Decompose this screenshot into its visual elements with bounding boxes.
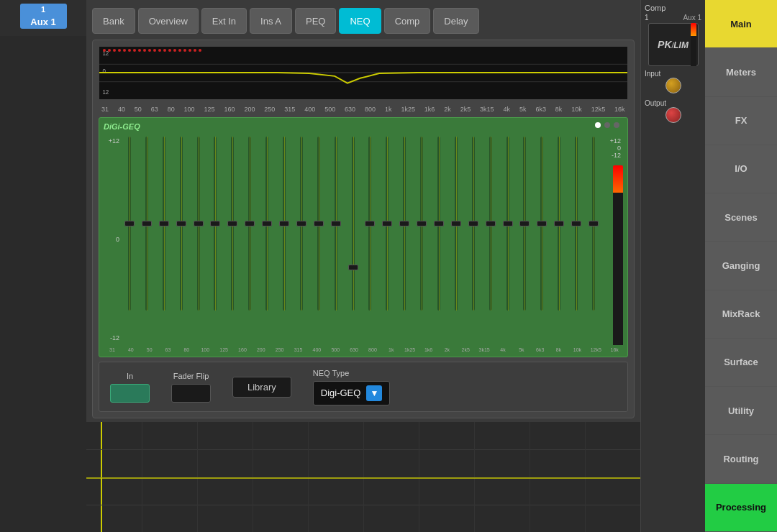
slider-thumb-80[interactable] bbox=[194, 221, 204, 226]
slider-track-100[interactable] bbox=[214, 137, 217, 311]
slider-track-500[interactable] bbox=[335, 137, 337, 311]
slider-thumb-5k[interactable] bbox=[503, 221, 513, 226]
slider-track-1k[interactable] bbox=[386, 137, 388, 311]
input-knob[interactable] bbox=[665, 78, 681, 93]
slider-thumb-31[interactable] bbox=[124, 221, 135, 226]
slider-track-63[interactable] bbox=[180, 137, 183, 311]
level-meter bbox=[613, 165, 623, 345]
nav-btn-fx[interactable]: FX bbox=[705, 97, 777, 145]
tab-neq[interactable]: NEQ bbox=[339, 8, 381, 34]
nav-btn-surface[interactable]: Surface bbox=[705, 339, 777, 387]
main-content: Bank Overview Ext In Ins A PEQ NEQ Comp … bbox=[86, 0, 640, 532]
geq-scale-left: +12 0 -12 bbox=[104, 134, 122, 345]
fader-flip-label: Fader Flip bbox=[173, 372, 209, 380]
slider-col-125 bbox=[224, 134, 240, 313]
freq-label-100: 100 bbox=[196, 347, 214, 352]
comp-aux-label: Aux 1 bbox=[683, 14, 701, 22]
slider-track-160[interactable] bbox=[248, 137, 251, 311]
channel-strip: 1 Aux 1 bbox=[0, 0, 86, 532]
slider-track-125[interactable] bbox=[231, 137, 234, 311]
tab-overview[interactable]: Overview bbox=[138, 8, 199, 34]
slider-track-1k6[interactable] bbox=[420, 137, 423, 311]
slider-thumb-63[interactable] bbox=[176, 221, 186, 226]
slider-track-315[interactable] bbox=[300, 137, 303, 311]
nav-btn-scenes[interactable]: Scenes bbox=[705, 193, 777, 242]
freq-label-2k: 2k bbox=[438, 347, 455, 352]
slider-thumb-6k3[interactable] bbox=[519, 221, 530, 226]
slider-track-200[interactable] bbox=[265, 137, 268, 311]
comp-plugin-box[interactable]: PK/LIM bbox=[648, 23, 699, 66]
slider-thumb-500[interactable] bbox=[331, 221, 341, 226]
slider-col-31 bbox=[122, 134, 137, 313]
slider-track-2k5[interactable] bbox=[455, 137, 458, 311]
slider-thumb-1k[interactable] bbox=[382, 221, 392, 226]
slider-track-40[interactable] bbox=[145, 137, 148, 311]
slider-track-4k[interactable] bbox=[489, 137, 492, 311]
slider-track-800[interactable] bbox=[368, 137, 371, 311]
slider-thumb-630[interactable] bbox=[348, 265, 358, 270]
nav-btn-ganging[interactable]: Ganging bbox=[705, 242, 777, 290]
slider-thumb-125[interactable] bbox=[227, 221, 237, 226]
nav-btn-routing[interactable]: Routing bbox=[705, 435, 777, 483]
tab-delay[interactable]: Delay bbox=[433, 8, 478, 34]
slider-thumb-2k5[interactable] bbox=[451, 221, 461, 226]
tab-bank[interactable]: Bank bbox=[92, 8, 135, 34]
slider-thumb-8k[interactable] bbox=[537, 221, 547, 226]
slider-track-50[interactable] bbox=[163, 137, 165, 311]
slider-track-1k25[interactable] bbox=[403, 137, 406, 311]
channel-number: 1 bbox=[20, 4, 67, 15]
nav-btn-meters[interactable]: Meters bbox=[705, 48, 777, 96]
tab-comp[interactable]: Comp bbox=[384, 8, 431, 34]
nav-btn-main[interactable]: Main bbox=[705, 0, 777, 48]
slider-track-5k[interactable] bbox=[506, 137, 509, 311]
slider-track-6k3[interactable] bbox=[523, 137, 526, 311]
in-toggle[interactable] bbox=[110, 384, 150, 403]
nav-btn-utility[interactable]: Utility bbox=[705, 387, 777, 435]
slider-thumb-100[interactable] bbox=[210, 221, 220, 226]
slider-track-630[interactable] bbox=[352, 137, 355, 311]
slider-col-10k bbox=[551, 134, 567, 313]
slider-thumb-250[interactable] bbox=[279, 221, 289, 226]
neq-type-dropdown[interactable]: Digi-GEQ ▼ bbox=[313, 381, 391, 405]
slider-thumb-16k[interactable] bbox=[589, 221, 599, 226]
slider-thumb-160[interactable] bbox=[245, 221, 255, 226]
slider-track-3k15[interactable] bbox=[472, 137, 475, 311]
slider-track-400[interactable] bbox=[317, 137, 320, 311]
nav-btn-processing[interactable]: Processing bbox=[705, 484, 777, 532]
tab-ext-in[interactable]: Ext In bbox=[201, 8, 247, 34]
slider-track-250[interactable] bbox=[283, 137, 286, 311]
slider-thumb-12k5[interactable] bbox=[571, 221, 581, 226]
nav-btn-mixrack[interactable]: MixRack bbox=[705, 290, 777, 339]
slider-thumb-1k6[interactable] bbox=[417, 221, 427, 226]
slider-thumb-800[interactable] bbox=[365, 221, 375, 226]
slider-thumb-400[interactable] bbox=[314, 221, 324, 226]
slider-col-200 bbox=[259, 134, 275, 313]
comp-panel: Comp 1 Aux 1 PK/LIM Input Output bbox=[640, 0, 705, 532]
slider-track-10k[interactable] bbox=[558, 137, 560, 311]
tab-ins-a[interactable]: Ins A bbox=[250, 8, 292, 34]
geq-freq-labels-bottom: 3140506380100125160200250315400500630800… bbox=[104, 347, 623, 352]
slider-thumb-2k[interactable] bbox=[434, 221, 444, 226]
freq-label-63: 63 bbox=[160, 347, 177, 352]
slider-thumb-10k[interactable] bbox=[554, 221, 564, 226]
slider-col-2k5 bbox=[448, 134, 464, 313]
slider-track-16k[interactable] bbox=[592, 137, 595, 311]
slider-track-80[interactable] bbox=[197, 137, 200, 311]
slider-track-12k5[interactable] bbox=[575, 137, 578, 311]
slider-thumb-50[interactable] bbox=[159, 221, 169, 226]
slider-thumb-315[interactable] bbox=[296, 221, 306, 226]
nav-btn-io[interactable]: I/O bbox=[705, 145, 777, 193]
slider-track-31[interactable] bbox=[128, 137, 131, 311]
library-button[interactable]: Library bbox=[232, 377, 291, 398]
comp-meter-bar bbox=[691, 23, 696, 66]
slider-thumb-3k15[interactable] bbox=[468, 221, 478, 226]
output-knob[interactable] bbox=[665, 107, 681, 123]
fader-flip-toggle[interactable] bbox=[171, 384, 211, 403]
tab-peq[interactable]: PEQ bbox=[295, 8, 336, 34]
slider-thumb-200[interactable] bbox=[262, 221, 272, 226]
slider-thumb-40[interactable] bbox=[142, 221, 152, 226]
slider-thumb-4k[interactable] bbox=[486, 221, 496, 226]
slider-track-2k[interactable] bbox=[437, 137, 440, 311]
slider-track-8k[interactable] bbox=[540, 137, 543, 311]
slider-thumb-1k25[interactable] bbox=[399, 221, 409, 226]
